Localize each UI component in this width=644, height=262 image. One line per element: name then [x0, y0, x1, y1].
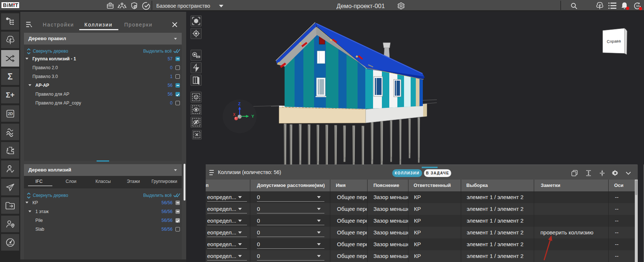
svg-text:2D: 2D — [8, 111, 13, 116]
svg-text:Y: Y — [251, 114, 254, 118]
svg-text:Z: Z — [238, 102, 241, 106]
svg-text:Справа: Справа — [607, 39, 621, 44]
svg-text:X: X — [233, 113, 236, 117]
